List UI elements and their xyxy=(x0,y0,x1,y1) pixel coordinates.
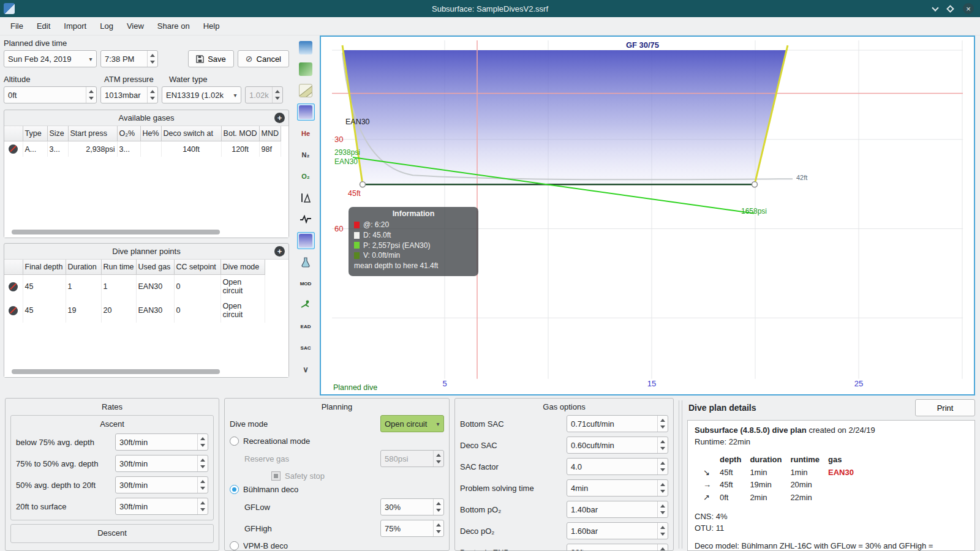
points-hscrollbar[interactable] xyxy=(12,369,220,374)
checkbox-icon xyxy=(271,471,281,481)
sac-factor-spinbox[interactable]: 4.0 xyxy=(567,458,668,475)
show-ceiling-icon[interactable] xyxy=(297,103,315,121)
dive-time-spinbox[interactable]: 7:38 PM xyxy=(100,50,158,67)
atm-pressure-spinbox[interactable]: 1013mbar xyxy=(100,86,158,103)
cancel-button[interactable]: ⊘ Cancel xyxy=(238,50,289,67)
save-button[interactable]: Save xyxy=(188,50,234,67)
spin-arrows[interactable] xyxy=(657,480,668,496)
information-tooltip[interactable]: Information @: 6:20 D: 45.0ft P: 2,557ps… xyxy=(349,207,478,276)
menu-file[interactable]: File xyxy=(4,18,30,34)
add-gas-button[interactable]: + xyxy=(274,113,285,123)
spin-arrows[interactable] xyxy=(657,416,668,432)
rate-75to50-spinbox[interactable]: 30ft/min xyxy=(115,455,208,472)
heart-rate-icon[interactable] xyxy=(297,211,315,228)
available-gases-title: Available gases xyxy=(119,113,175,122)
menu-view[interactable]: View xyxy=(120,18,151,34)
spin-arrows[interactable] xyxy=(657,544,668,551)
partial-pressure-he-icon[interactable]: He xyxy=(297,125,315,142)
profile-handle[interactable] xyxy=(752,182,758,187)
ruler-icon[interactable] xyxy=(297,82,315,99)
spin-arrows[interactable] xyxy=(197,455,208,471)
spin-arrows[interactable] xyxy=(433,499,443,515)
menu-help[interactable]: Help xyxy=(197,18,227,34)
menu-log[interactable]: Log xyxy=(93,18,120,34)
gas-sample-icon[interactable] xyxy=(297,253,315,271)
point-row[interactable]: 45 1 1 EAN30 0 Open circuit xyxy=(4,275,265,299)
toolbar-scroll-down-icon[interactable]: ∨ xyxy=(297,361,315,378)
spin-arrows[interactable] xyxy=(657,437,668,453)
rate-below75-spinbox[interactable]: 30ft/min xyxy=(115,433,208,451)
deco-sac-spinbox[interactable]: 0.60cuft/min xyxy=(567,437,668,454)
spin-arrows[interactable] xyxy=(147,87,157,103)
gases-hscrollbar[interactable] xyxy=(12,230,220,234)
close-icon[interactable]: × xyxy=(963,3,974,14)
swatch-speed xyxy=(354,252,360,259)
ndl-diver-icon[interactable] xyxy=(297,296,315,313)
photos-icon[interactable] xyxy=(297,61,315,78)
dive-date-combo[interactable]: Sun Feb 24, 2019 ▾ xyxy=(4,50,97,67)
dive-mode-combo[interactable]: Open circuit ▾ xyxy=(380,415,444,432)
minimize-icon[interactable] xyxy=(932,4,938,11)
spin-arrows[interactable] xyxy=(86,87,96,103)
spin-arrows[interactable] xyxy=(657,459,668,474)
ead-icon[interactable]: EAD xyxy=(297,318,315,335)
delete-gas-icon[interactable] xyxy=(9,144,18,154)
point-row[interactable]: 45 19 20 EAN30 0 Open circuit xyxy=(4,299,265,323)
gfhigh-label: GFHigh xyxy=(244,524,380,533)
problem-time-spinbox[interactable]: 4min xyxy=(567,479,668,497)
zoom-chart-icon[interactable] xyxy=(297,39,315,56)
gflow-spinbox[interactable]: 30% xyxy=(380,498,444,515)
add-point-button[interactable]: + xyxy=(274,246,285,257)
spin-arrows[interactable] xyxy=(197,434,208,450)
chevron-down-icon: ▾ xyxy=(230,92,241,99)
menu-edit[interactable]: Edit xyxy=(30,18,57,34)
problem-time-label: Problem solving time xyxy=(460,484,567,493)
spin-arrows[interactable] xyxy=(433,520,443,536)
spin-arrows[interactable] xyxy=(657,501,668,517)
spin-arrows[interactable] xyxy=(197,477,208,493)
tooltip-time: @: 6:20 xyxy=(363,220,389,230)
menu-share-on[interactable]: Share on xyxy=(151,18,197,34)
partial-pressure-o2-icon[interactable]: O₂ xyxy=(297,168,315,185)
mod-icon[interactable]: MOD xyxy=(297,275,315,292)
swatch-depth xyxy=(354,232,360,239)
bottom-po2-spinbox[interactable]: 1.40bar xyxy=(567,501,668,518)
menubar: File Edit Import Log View Share on Help xyxy=(0,17,980,36)
altitude-spinbox[interactable]: 0ft xyxy=(4,86,97,103)
maximize-icon[interactable] xyxy=(946,5,954,13)
dive-profile-chart[interactable]: GF 30/75 30 60 5 15 25 EAN30 2938psi EAN… xyxy=(320,36,975,395)
tissues-icon[interactable] xyxy=(297,189,315,206)
bottom-sac-spinbox[interactable]: 0.71cuft/min xyxy=(567,415,668,432)
recreational-mode-radio[interactable]: Recreational mode xyxy=(230,437,444,446)
menu-import[interactable]: Import xyxy=(57,18,93,34)
delete-point-icon[interactable] xyxy=(9,306,18,315)
radio-icon[interactable] xyxy=(230,485,239,494)
delete-point-icon[interactable] xyxy=(9,282,18,291)
altitude-label: Altitude xyxy=(4,75,100,84)
rate-50to20ft-spinbox[interactable]: 30ft/min xyxy=(115,476,208,493)
deco-sac-label: Deco SAC xyxy=(460,441,567,450)
radio-icon[interactable] xyxy=(230,437,239,446)
start-pressure-label: 2938psi xyxy=(334,148,360,157)
gas-row[interactable]: A... 3... 2,938psi 3... 140ft 120ft 98f xyxy=(4,141,281,157)
tooltip-title: Information xyxy=(354,209,473,218)
rate-20ft-surface-spinbox[interactable]: 30ft/min xyxy=(115,498,208,515)
spin-arrows[interactable] xyxy=(197,498,208,514)
print-button[interactable]: Print xyxy=(915,399,975,416)
sac-icon[interactable]: SAC xyxy=(297,339,315,356)
spin-arrows[interactable] xyxy=(147,51,157,67)
gfhigh-spinbox[interactable]: 75% xyxy=(380,520,444,537)
descent-groupbox: Descent xyxy=(10,524,214,543)
buhlmann-deco-radio[interactable]: Bühlmann deco xyxy=(230,485,444,494)
radio-icon[interactable] xyxy=(230,541,239,550)
time-tick-15: 15 xyxy=(647,379,656,388)
spin-arrows[interactable] xyxy=(657,523,668,539)
panel-splitter[interactable] xyxy=(679,400,682,549)
vpmb-deco-radio[interactable]: VPM-B deco xyxy=(230,541,444,550)
best-mix-end-spinbox[interactable]: 98ft xyxy=(567,544,668,551)
profile-handle[interactable] xyxy=(360,182,366,187)
water-type-combo[interactable]: EN13319 (1.02k ▾ xyxy=(162,86,241,103)
calculated-ceiling-icon[interactable] xyxy=(297,232,315,249)
partial-pressure-n2-icon[interactable]: N₂ xyxy=(297,146,315,163)
deco-po2-spinbox[interactable]: 1.60bar xyxy=(567,522,668,539)
